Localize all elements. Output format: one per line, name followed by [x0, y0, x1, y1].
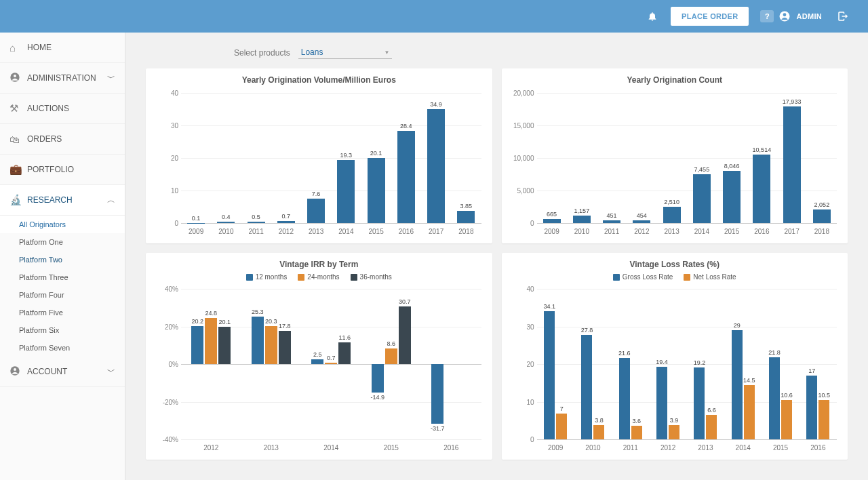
- nav-orders[interactable]: 🛍 ORDERS: [0, 124, 125, 155]
- chart-bar: 20.2: [191, 326, 203, 364]
- chart-bar: 28.4: [397, 131, 415, 223]
- chart-bar: 7.6: [307, 199, 325, 223]
- dropdown-icon: ▼: [384, 49, 389, 56]
- chart-bar: 7,455: [693, 174, 711, 223]
- chart-bar: 17,933: [783, 106, 801, 223]
- chart-bar: 2.5: [311, 359, 323, 364]
- research-subnav: All OriginatorsPlatform OnePlatform TwoP…: [0, 216, 125, 357]
- chart-bar: 19.2: [694, 367, 705, 440]
- chart-title: Yearly Origination Count: [510, 75, 840, 85]
- sidebar-item-platform-four[interactable]: Platform Four: [0, 286, 125, 304]
- chart-bar: 6.6: [706, 415, 717, 440]
- chart-bar: 0.4: [217, 222, 235, 223]
- chart-legend: 12 months24-months36-months: [154, 273, 484, 281]
- chart-bar: 10.6: [781, 400, 792, 440]
- briefcase-icon: 💼: [9, 163, 27, 176]
- nav-portfolio[interactable]: 💼 PORTFOLIO: [0, 155, 125, 185]
- nav-home[interactable]: ⌂ HOME: [0, 33, 125, 63]
- chart-bar: 20.3: [265, 326, 277, 364]
- chart-irr: -40%-20%0%20%40%20.224.820.125.320.317.8…: [154, 285, 484, 454]
- legend-item: 24-months: [298, 273, 339, 281]
- svg-point-1: [783, 13, 787, 16]
- chart-bar: 2,510: [663, 207, 681, 223]
- sidebar-item-platform-two[interactable]: Platform Two: [0, 251, 125, 268]
- sidebar-item-platform-three[interactable]: Platform Three: [0, 268, 125, 286]
- nav-administration[interactable]: ADMINISTRATION ﹀: [0, 63, 125, 94]
- sidebar-item-platform-five[interactable]: Platform Five: [0, 304, 125, 321]
- chart-bar: 20.1: [218, 327, 231, 365]
- chart-bar: 454: [633, 220, 650, 223]
- chart-bar: 451: [603, 220, 620, 223]
- home-icon: ⌂: [9, 42, 27, 54]
- chevron-down-icon: ﹀: [107, 73, 115, 84]
- place-order-button[interactable]: PLACE ORDER: [671, 7, 749, 26]
- person-icon: [9, 365, 27, 378]
- chart-bar: 19.3: [337, 160, 355, 223]
- chart-bar: 0.7: [325, 363, 337, 364]
- main-content: Select products Loans ▼ Yearly Originati…: [125, 33, 868, 480]
- chart-bar: -14.9: [372, 364, 384, 392]
- legend-item: Gross Loss Rate: [613, 273, 673, 281]
- sidebar-item-all-originators[interactable]: All Originators: [0, 216, 125, 233]
- chart-bar: 27.8: [581, 335, 592, 439]
- legend-item: 36-months: [351, 273, 392, 281]
- basket-icon: 🛍: [9, 134, 27, 145]
- logout-icon[interactable]: [831, 10, 854, 22]
- nav-account[interactable]: ACCOUNT ﹀: [0, 357, 125, 387]
- chart-title: Vintage Loss Rates (%): [510, 260, 840, 269]
- chart-bar: 30.7: [399, 306, 411, 364]
- nav-label: AUCTIONS: [27, 104, 69, 113]
- chevron-up-icon: ︿: [107, 195, 115, 206]
- chart-loss: 01020304034.1727.83.821.63.619.43.919.26…: [510, 285, 840, 454]
- chart-bar: 10.5: [818, 400, 829, 439]
- chart-title: Vintage IRR by Term: [154, 260, 484, 269]
- chart-bar: 10,514: [753, 155, 770, 223]
- chart-card-volume: Yearly Origination Volume/Million Euros …: [146, 68, 492, 243]
- filter-label: Select products: [234, 48, 290, 58]
- chart-bar: 17.8: [279, 331, 291, 364]
- topbar: PLACE ORDER ? ADMIN: [0, 0, 868, 33]
- chart-card-count: Yearly Origination Count 05,00010,00015,…: [502, 68, 848, 243]
- chart-bar: 21.6: [619, 358, 630, 439]
- product-select[interactable]: Loans ▼: [298, 46, 393, 59]
- nav-research[interactable]: 🔬 RESEARCH ︿: [0, 185, 125, 216]
- chart-bar: 8,046: [723, 171, 741, 223]
- svg-point-5: [14, 368, 16, 371]
- chart-bar: 7: [556, 414, 567, 440]
- user-menu[interactable]: ADMIN: [778, 10, 822, 22]
- select-value: Loans: [301, 47, 323, 57]
- chart-bar: 3.9: [669, 425, 679, 440]
- chart-bar: 34.1: [544, 311, 555, 439]
- chart-bar: 2,052: [813, 209, 831, 223]
- chart-bar: 14.5: [744, 385, 755, 439]
- chat-icon[interactable]: ?: [755, 10, 778, 22]
- chart-bar: 11.6: [338, 342, 351, 364]
- chart-bar: 21.8: [769, 357, 780, 439]
- sidebar-item-platform-six[interactable]: Platform Six: [0, 321, 125, 339]
- chart-bar: 34.9: [427, 109, 445, 223]
- chart-count: 05,00010,00015,00020,0006651,1574514542,…: [510, 89, 840, 238]
- chart-bar: 0.7: [277, 221, 295, 223]
- chart-title: Yearly Origination Volume/Million Euros: [154, 75, 484, 85]
- chart-bar: 3.6: [631, 426, 642, 439]
- chart-bar: 1,157: [573, 216, 591, 223]
- bell-icon[interactable]: [641, 11, 664, 22]
- chart-bar: 19.4: [656, 367, 667, 440]
- legend-item: Net Loss Rate: [684, 273, 736, 281]
- nav-label: HOME: [27, 43, 52, 52]
- sidebar-item-platform-one[interactable]: Platform One: [0, 233, 125, 251]
- legend-item: 12 months: [246, 273, 288, 281]
- chart-legend: Gross Loss RateNet Loss Rate: [510, 273, 840, 281]
- sidebar: ⌂ HOME ADMINISTRATION ﹀ ⚒ AUCTIONS 🛍 ORD…: [0, 33, 125, 480]
- svg-point-3: [14, 75, 16, 77]
- person-icon: [9, 72, 27, 85]
- sidebar-item-platform-seven[interactable]: Platform Seven: [0, 339, 125, 357]
- nav-label: ADMINISTRATION: [27, 73, 96, 83]
- gavel-icon: ⚒: [9, 102, 27, 115]
- nav-auctions[interactable]: ⚒ AUCTIONS: [0, 94, 125, 124]
- nav-label: PORTFOLIO: [27, 165, 74, 174]
- chart-bar: 20.1: [368, 158, 385, 223]
- nav-label: ACCOUNT: [27, 367, 67, 376]
- chart-bar: 3.8: [593, 425, 604, 439]
- chart-bar: 8.6: [385, 348, 397, 365]
